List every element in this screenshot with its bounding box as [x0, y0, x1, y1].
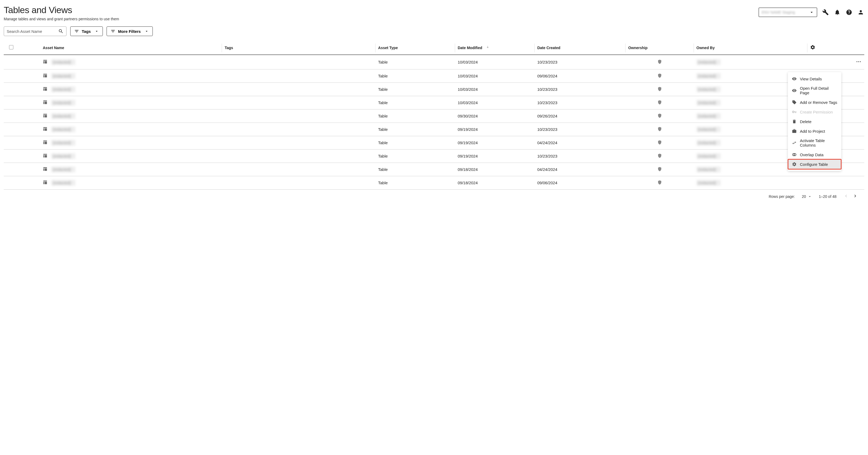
table-row[interactable]: [redacted] Table 09/19/2024 10/23/2023 [… [4, 150, 864, 163]
date-created-cell: 09/26/2024 [535, 109, 626, 123]
menu-delete-label: Delete [800, 119, 811, 124]
tags-cell [222, 69, 375, 83]
shield-icon [657, 59, 662, 64]
shield-icon [657, 180, 662, 185]
table-row[interactable]: [redacted] Table 10/03/2024 10/23/2023 [… [4, 55, 864, 69]
menu-project-label: Add to Project [800, 129, 825, 133]
table-row[interactable]: [redacted] Table 09/18/2024 04/24/2024 [… [4, 163, 864, 176]
rows-per-page-label: Rows per page: [769, 194, 795, 199]
search-input[interactable] [7, 29, 55, 34]
menu-tags-label: Add or Remove Tags [800, 100, 837, 105]
table-row[interactable]: [redacted] Table 09/18/2024 09/06/2024 [… [4, 176, 864, 190]
date-modified-cell: 09/19/2024 [455, 150, 535, 163]
column-date-modified[interactable]: Date Modified [455, 41, 535, 55]
asset-name: [redacted] [51, 140, 75, 145]
menu-add-remove-tags[interactable]: Add or Remove Tags [788, 97, 841, 107]
owned-by-cell: [redacted] [696, 127, 720, 132]
row-context-menu: View Details Open Full Detail Page Add o… [788, 72, 841, 171]
table-row[interactable]: [redacted] Table 10/03/2024 10/23/2023 [… [4, 96, 864, 109]
help-icon[interactable] [845, 9, 852, 16]
sort-descending-icon [486, 45, 490, 49]
menu-open-full-detail[interactable]: Open Full Detail Page [788, 84, 841, 97]
tags-cell [222, 136, 375, 150]
asset-type-cell: Table [375, 123, 455, 136]
asset-name: [redacted] [51, 153, 75, 159]
table-row[interactable]: [redacted] Table 09/19/2024 10/23/2023 [… [4, 123, 864, 136]
asset-type-cell: Table [375, 136, 455, 150]
user-icon[interactable] [857, 9, 864, 16]
shield-icon [657, 127, 662, 131]
search-asset-name[interactable] [4, 26, 66, 36]
select-all-checkbox[interactable] [9, 45, 13, 50]
menu-configure-label: Configure Table [800, 162, 828, 167]
table-icon [43, 100, 48, 105]
tags-cell [222, 109, 375, 123]
asset-name: [redacted] [51, 167, 75, 172]
notifications-icon[interactable] [834, 9, 841, 16]
pagination-range: 1–20 of 48 [819, 194, 836, 199]
asset-name: [redacted] [51, 59, 75, 65]
owned-by-cell: [redacted] [696, 87, 720, 92]
menu-view-details[interactable]: View Details [788, 74, 841, 84]
asset-type-cell: Table [375, 55, 455, 69]
more-filters-button[interactable]: More Filters [106, 26, 153, 36]
environment-selected-value: ENV NAME Staging [762, 10, 795, 14]
asset-name: [redacted] [51, 87, 75, 92]
asset-type-cell: Table [375, 83, 455, 96]
shield-icon [657, 113, 662, 118]
asset-type-cell: Table [375, 109, 455, 123]
table-row[interactable]: [redacted] Table 10/03/2024 09/06/2024 [… [4, 69, 864, 83]
menu-overlap-data[interactable]: Overlap Data [788, 150, 841, 159]
environment-select[interactable]: ENV NAME Staging [758, 7, 817, 17]
owned-by-cell: [redacted] [696, 59, 720, 65]
asset-name: [redacted] [51, 100, 75, 105]
asset-name: [redacted] [51, 73, 75, 79]
owned-by-cell: [redacted] [696, 153, 720, 159]
filter-icon [111, 29, 115, 34]
tags-cell [222, 83, 375, 96]
column-ownership[interactable]: Ownership [625, 41, 693, 55]
table-row[interactable]: [redacted] Table 09/30/2024 09/26/2024 [… [4, 109, 864, 123]
owned-by-cell: [redacted] [696, 113, 720, 119]
asset-name: [redacted] [51, 180, 75, 186]
menu-overlap-label: Overlap Data [800, 153, 824, 157]
column-asset-name[interactable]: Asset Name [40, 41, 222, 55]
shield-icon [657, 100, 662, 105]
column-owned-by[interactable]: Owned By [694, 41, 808, 55]
pagination-next[interactable] [852, 193, 858, 199]
column-asset-type[interactable]: Asset Type [375, 41, 455, 55]
tags-cell [222, 176, 375, 190]
table-row[interactable]: [redacted] Table 10/03/2024 10/23/2023 [… [4, 83, 864, 96]
date-created-cell: 09/06/2024 [535, 176, 626, 190]
date-modified-cell: 10/03/2024 [455, 69, 535, 83]
column-tags[interactable]: Tags [222, 41, 375, 55]
column-date-created[interactable]: Date Created [535, 41, 626, 55]
table-icon [43, 167, 48, 172]
menu-add-to-project[interactable]: Add to Project [788, 126, 841, 136]
tags-filter-button[interactable]: Tags [70, 26, 103, 36]
tags-cell [222, 123, 375, 136]
tags-cell [222, 55, 375, 69]
shield-icon [657, 153, 662, 158]
filter-icon [74, 29, 79, 34]
row-actions-button[interactable] [856, 61, 862, 65]
more-filters-label: More Filters [118, 29, 141, 34]
menu-view-details-label: View Details [800, 77, 822, 81]
chevron-down-icon [808, 194, 812, 199]
menu-create-permission: Create Permission [788, 107, 841, 117]
menu-delete[interactable]: Delete [788, 117, 841, 126]
date-created-cell: 10/23/2023 [535, 150, 626, 163]
date-modified-cell: 09/19/2024 [455, 136, 535, 150]
rows-per-page-select[interactable]: 20 [802, 194, 812, 199]
date-modified-cell: 09/18/2024 [455, 163, 535, 176]
table-row[interactable]: [redacted] Table 09/19/2024 04/24/2024 [… [4, 136, 864, 150]
table-settings-button[interactable] [810, 46, 815, 51]
asset-type-cell: Table [375, 163, 455, 176]
pagination-bar: Rows per page: 20 1–20 of 48 [4, 190, 864, 202]
tools-icon[interactable] [822, 9, 829, 16]
date-created-cell: 04/24/2024 [535, 163, 626, 176]
menu-activate-table-columns[interactable]: Activate Table Columns [788, 136, 841, 150]
table-icon [43, 127, 48, 132]
menu-configure-table[interactable]: Configure Table [788, 159, 841, 169]
date-modified-cell: 10/03/2024 [455, 83, 535, 96]
